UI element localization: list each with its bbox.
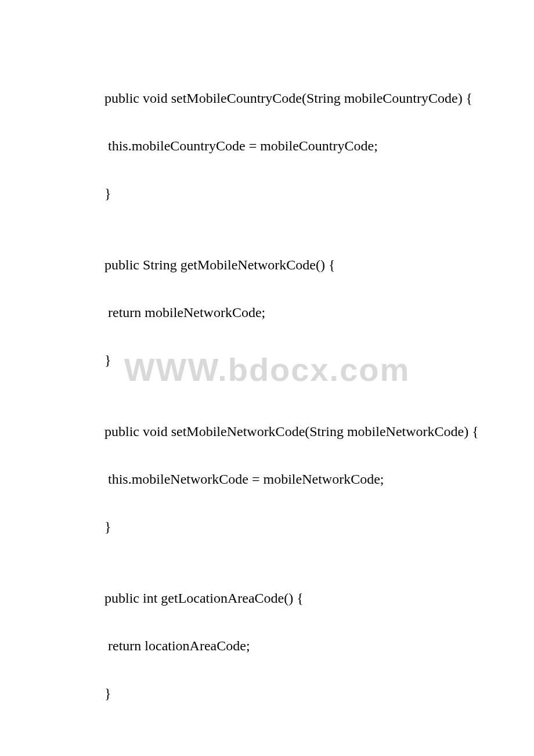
code-line: public void setLocationAreaCode(int loca… bbox=[104, 753, 534, 756]
code-line: public void setMobileNetworkCode(String … bbox=[104, 420, 534, 444]
code-line: this.mobileCountryCode = mobileCountryCo… bbox=[104, 134, 534, 158]
code-line: public void setMobileCountryCode(String … bbox=[104, 87, 534, 110]
code-line: } bbox=[104, 348, 534, 372]
code-line: this.mobileNetworkCode = mobileNetworkCo… bbox=[104, 467, 534, 491]
code-line: return mobileNetworkCode; bbox=[104, 301, 534, 325]
code-line: } bbox=[104, 515, 534, 539]
code-line: } bbox=[104, 182, 534, 206]
code-block: public void setMobileCountryCode(String … bbox=[104, 63, 534, 756]
code-line: public int getLocationAreaCode() { bbox=[104, 586, 534, 610]
code-line: } bbox=[104, 682, 534, 705]
code-line: return locationAreaCode; bbox=[104, 634, 534, 658]
code-line: public String getMobileNetworkCode() { bbox=[104, 253, 534, 277]
document-page: WWW.bdocx.com public void setMobileCount… bbox=[0, 0, 534, 756]
